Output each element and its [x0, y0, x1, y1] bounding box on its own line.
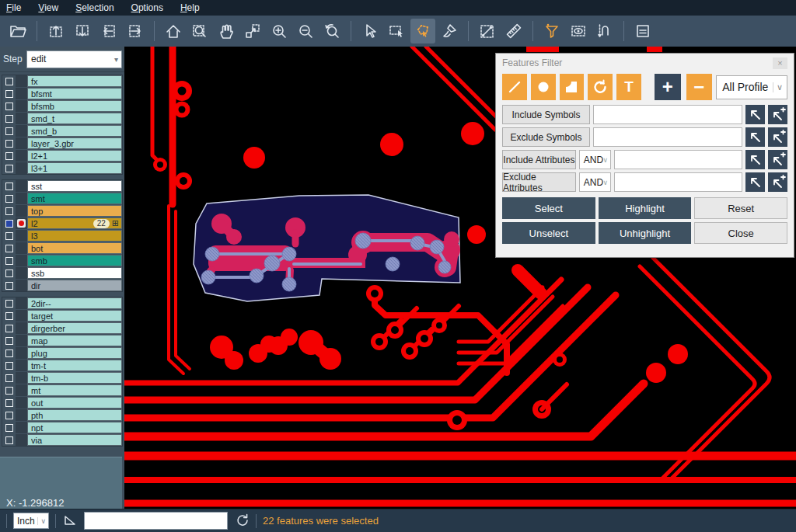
pan-hand-icon[interactable] [214, 19, 239, 43]
active-layer-indicator-cell[interactable] [16, 205, 27, 217]
layer-label-bar[interactable]: top [27, 205, 122, 217]
layer-label-bar[interactable]: bfsmb [27, 100, 122, 112]
layer-row-l2+1[interactable]: l2+1 [2, 150, 122, 162]
pick-add-from-canvas-icon[interactable] [768, 127, 787, 147]
layer-visibility-checkbox[interactable] [5, 412, 13, 419]
active-layer-indicator-cell[interactable] [16, 310, 27, 322]
active-layer-indicator-cell[interactable] [16, 162, 27, 174]
layer-visibility-checkbox[interactable] [5, 232, 13, 240]
command-input[interactable] [84, 512, 228, 530]
layer-label-bar[interactable]: l3 [27, 230, 122, 242]
layer-label-bar[interactable]: tm-b [27, 372, 122, 384]
menu-selection[interactable]: Selection [75, 2, 113, 13]
layer-label-bar[interactable]: l222⊞ [27, 217, 122, 229]
active-layer-indicator-cell[interactable] [16, 193, 27, 204]
dialog-title-bar[interactable]: Features Filter × [496, 54, 794, 72]
ruler-icon[interactable] [501, 19, 526, 43]
active-layer-indicator-cell[interactable] [16, 100, 27, 112]
layer-row-smd_b[interactable]: smd_b [2, 125, 122, 137]
layer-label-bar[interactable]: tm-t [27, 360, 122, 371]
layer-label-bar[interactable]: layer_3.gbr [27, 137, 122, 149]
layer-visibility-checkbox[interactable] [5, 257, 13, 265]
zoom-dynamic-icon[interactable] [240, 19, 265, 43]
layer-row-via[interactable]: via [2, 434, 122, 446]
active-layer-indicator-cell[interactable] [16, 267, 27, 279]
layer-label-bar[interactable]: mt [27, 384, 122, 396]
layer-label-bar[interactable]: smb [27, 255, 122, 266]
menu-options[interactable]: Options [131, 2, 163, 13]
layer-row-smb[interactable]: smb [2, 255, 122, 266]
layer-label-bar[interactable]: dir [27, 280, 122, 291]
layer-visibility-checkbox[interactable] [5, 312, 13, 320]
layer-visibility-checkbox[interactable] [5, 127, 13, 135]
layer-row-layer_3.gbr[interactable]: layer_3.gbr [2, 137, 122, 149]
layer-visibility-checkbox[interactable] [5, 90, 13, 98]
line-feature-button[interactable] [502, 74, 527, 100]
include-symbols-button[interactable]: Include Symbols [502, 105, 590, 124]
pad-feature-button[interactable] [531, 74, 556, 100]
layer-label-bar[interactable]: sst [27, 180, 122, 192]
load-down-icon[interactable] [70, 19, 95, 43]
select-cursor-icon[interactable] [358, 19, 382, 43]
layer-row-l3[interactable]: l3 [2, 230, 122, 242]
layer-visibility-checkbox[interactable] [5, 325, 13, 332]
pick-add-from-canvas-icon[interactable] [768, 150, 787, 169]
active-layer-indicator-cell[interactable] [16, 137, 27, 149]
layer-label-bar[interactable]: bot [27, 242, 122, 254]
layer-label-bar[interactable]: dirgerber [27, 322, 122, 334]
layer-row-smt[interactable]: smt [2, 193, 122, 204]
exclude-symbols-input[interactable] [593, 127, 742, 147]
layer-label-bar[interactable]: smd_b [27, 125, 122, 137]
unhighlight-button[interactable]: Unhighlight [599, 222, 692, 244]
zoom-out-icon[interactable] [293, 19, 318, 43]
layer-visibility-checkbox[interactable] [5, 269, 13, 277]
active-layer-indicator-cell[interactable] [16, 242, 27, 254]
active-layer-indicator-cell[interactable] [16, 422, 27, 433]
layer-label-bar[interactable]: via [27, 434, 122, 446]
exclude-attributes-button[interactable]: Exclude Attributes [502, 172, 576, 192]
layer-visibility-checkbox[interactable] [5, 387, 13, 395]
layer-visibility-checkbox[interactable] [5, 362, 13, 370]
layer-visibility-checkbox[interactable] [5, 245, 13, 252]
reset-button[interactable]: Reset [694, 197, 787, 219]
layer-label-bar[interactable]: plug [27, 347, 122, 359]
layer-label-bar[interactable]: fx [27, 75, 122, 87]
layer-row-smd_t[interactable]: smd_t [2, 113, 122, 124]
layer-label-bar[interactable]: smd_t [27, 113, 122, 124]
layer-row-target[interactable]: target [2, 310, 122, 322]
active-layer-indicator-cell[interactable] [16, 409, 27, 421]
layer-row-l2[interactable]: l222⊞ [2, 217, 122, 229]
layer-label-bar[interactable]: out [27, 397, 122, 409]
layer-row-bfsmb[interactable]: bfsmb [2, 100, 122, 112]
layer-row-fx[interactable]: fx [2, 75, 122, 87]
layer-visibility-checkbox[interactable] [5, 115, 13, 123]
active-layer-indicator-cell[interactable] [16, 360, 27, 371]
layer-row-npt[interactable]: npt [2, 422, 122, 433]
active-layer-indicator-cell[interactable] [16, 322, 27, 334]
active-layer-indicator-cell[interactable] [16, 372, 27, 384]
exclude-symbols-button[interactable]: Exclude Symbols [502, 127, 590, 147]
layer-visibility-checkbox[interactable] [5, 436, 13, 444]
zoom-window-icon[interactable] [187, 19, 212, 43]
load-up-icon[interactable] [44, 19, 68, 43]
layer-row-2dir--[interactable]: 2dir-- [2, 297, 122, 309]
pick-from-canvas-icon[interactable] [745, 172, 765, 192]
active-layer-indicator-cell[interactable] [16, 434, 27, 446]
active-layer-indicator-cell[interactable] [16, 88, 27, 99]
load-left-icon[interactable] [96, 19, 121, 43]
layer-visibility-checkbox[interactable] [5, 103, 13, 110]
home-icon[interactable] [161, 19, 186, 43]
menu-file[interactable]: File [6, 2, 21, 13]
close-icon[interactable]: × [773, 57, 787, 69]
active-layer-indicator-cell[interactable] [16, 180, 27, 192]
unselect-button[interactable]: Unselect [502, 222, 595, 244]
layer-row-pth[interactable]: pth [2, 409, 122, 421]
include-attributes-operator-dropdown[interactable]: AND ∨ [579, 150, 611, 169]
open-folder-icon[interactable] [5, 19, 30, 43]
layer-visibility-checkbox[interactable] [5, 165, 13, 172]
layer-row-bot[interactable]: bot [2, 242, 122, 254]
zoom-previous-icon[interactable] [319, 19, 344, 43]
layer-label-bar[interactable]: npt [27, 422, 122, 433]
layer-label-bar[interactable]: smt [27, 193, 122, 204]
layer-visibility-checkbox[interactable] [5, 349, 13, 357]
